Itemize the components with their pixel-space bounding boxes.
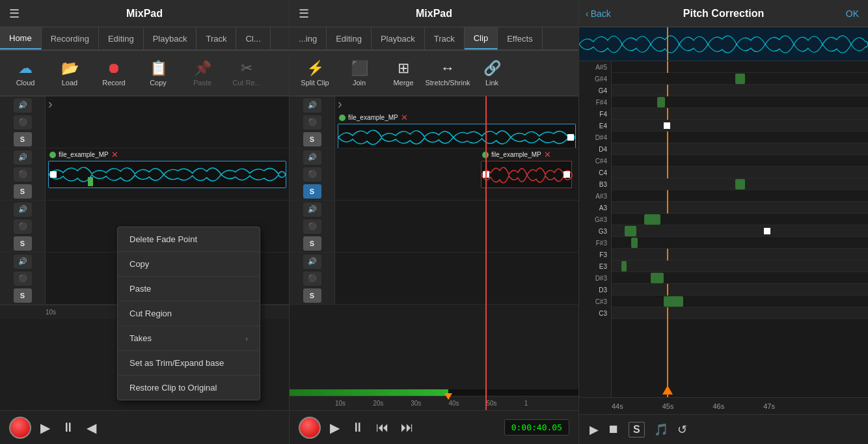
- rec-arm-btn-1[interactable]: ⚫: [14, 115, 32, 130]
- mute-btn-2-2[interactable]: 🔊: [303, 150, 321, 165]
- forward-btn-2[interactable]: ⏭: [398, 417, 416, 437]
- mute-btn-2-1[interactable]: 🔊: [303, 98, 321, 113]
- pitch-row-F4[interactable]: [612, 108, 868, 120]
- solo-btn-2-2[interactable]: S: [303, 184, 321, 199]
- pitch-row-A#5[interactable]: [612, 61, 868, 73]
- pitch-row-C#4[interactable]: [612, 155, 868, 167]
- solo-btn-1[interactable]: S: [14, 132, 32, 146]
- pause-btn-1[interactable]: ⏸: [59, 417, 77, 437]
- rec-arm-btn-4[interactable]: ⚫: [14, 271, 32, 286]
- solo-btn-4[interactable]: S: [14, 288, 32, 303]
- mute-btn-3[interactable]: 🔊: [14, 202, 32, 217]
- ok-button[interactable]: OK: [846, 8, 859, 19]
- link-button[interactable]: 🔗 Link: [472, 55, 512, 92]
- join-button[interactable]: ⬛ Join: [339, 55, 379, 92]
- pitch-row-G#4[interactable]: [612, 73, 868, 85]
- pitch-row-A3[interactable]: [612, 202, 868, 214]
- ctx-delete-fade[interactable]: Delete Fade Point: [118, 227, 260, 252]
- mute-btn-1[interactable]: 🔊: [14, 98, 32, 113]
- track-content-2-1[interactable]: › file_example_MP ✕: [335, 96, 578, 148]
- waveform-2-2[interactable]: [481, 161, 576, 188]
- pitch-row-C4[interactable]: [612, 167, 868, 178]
- ctx-paste[interactable]: Paste: [118, 277, 260, 301]
- tab-recording[interactable]: Recording: [42, 27, 99, 49]
- pitch-handle-g3[interactable]: [764, 228, 770, 234]
- mute-btn-2-3[interactable]: 🔊: [303, 202, 321, 217]
- tab-clip-2[interactable]: Clip: [465, 27, 498, 49]
- tab-home[interactable]: Home: [0, 27, 42, 49]
- pitch-tune-icon[interactable]: 🎵: [654, 423, 668, 437]
- cloud-button[interactable]: ☁ Cloud: [5, 55, 46, 92]
- clip-handle-left-2[interactable]: [50, 171, 57, 178]
- tab-editing-1[interactable]: Editing: [99, 27, 144, 49]
- rec-arm-btn-2-4[interactable]: ⚫: [303, 271, 321, 286]
- transport-record-btn-1[interactable]: [9, 417, 31, 439]
- expand-arrow-2-1[interactable]: ›: [335, 96, 345, 113]
- solo-btn-2-3[interactable]: S: [303, 236, 321, 251]
- clip-handle-right-2-1[interactable]: [567, 134, 574, 141]
- transport-record-btn-2[interactable]: [299, 417, 321, 439]
- ctx-takes[interactable]: Takes ›: [118, 326, 260, 351]
- back-button[interactable]: ‹ Back: [586, 8, 611, 19]
- pitch-row-F#3[interactable]: [612, 237, 868, 249]
- ctx-restore-clip[interactable]: Restore Clip to Original: [118, 376, 260, 400]
- pitch-row-D#3[interactable]: [612, 272, 868, 284]
- pitch-stop-btn[interactable]: ⏹: [608, 423, 619, 436]
- rec-arm-btn-2[interactable]: ⚫: [14, 167, 32, 182]
- tab-track-1[interactable]: Track: [197, 27, 236, 49]
- solo-btn-3[interactable]: S: [14, 236, 32, 251]
- hamburger-menu-icon-2[interactable]: ☰: [299, 7, 309, 21]
- pitch-handle-e4[interactable]: [664, 122, 670, 129]
- tab-editing-2[interactable]: Editing: [327, 27, 372, 49]
- solo-btn-2[interactable]: S: [14, 184, 32, 199]
- clip-close-2-1[interactable]: ✕: [401, 113, 408, 122]
- pitch-row-E3[interactable]: [612, 260, 868, 272]
- pitch-row-G4[interactable]: [612, 85, 868, 96]
- rec-arm-btn-2-2[interactable]: ⚫: [303, 167, 321, 182]
- clip-handle-right-2-2[interactable]: [563, 171, 570, 178]
- back-btn-1[interactable]: ◀: [84, 417, 99, 438]
- waveform-2-1[interactable]: [338, 124, 576, 148]
- pitch-row-A#3[interactable]: [612, 190, 868, 202]
- solo-btn-2-1[interactable]: S: [303, 132, 321, 146]
- play-btn-2[interactable]: ▶: [327, 417, 342, 438]
- rewind-btn-2[interactable]: ⏮: [373, 417, 392, 437]
- cut-region-button[interactable]: ✂ Cut Re...: [226, 55, 267, 92]
- pause-btn-2[interactable]: ⏸: [349, 417, 367, 437]
- pitch-solo-btn[interactable]: S: [629, 422, 645, 437]
- track-content-2-2[interactable]: file_example_MP ✕: [335, 148, 578, 200]
- clip-close-btn-2[interactable]: ✕: [111, 150, 118, 160]
- pitch-row-D3[interactable]: [612, 284, 868, 296]
- rec-arm-btn-2-3[interactable]: ⚫: [303, 219, 321, 234]
- pitch-canvas[interactable]: [612, 61, 868, 397]
- pitch-row-F#4[interactable]: [612, 96, 868, 108]
- rec-arm-btn-3[interactable]: ⚫: [14, 219, 32, 234]
- ctx-cut-region[interactable]: Cut Region: [118, 301, 260, 326]
- pitch-row-G#3[interactable]: [612, 214, 868, 225]
- pitch-row-C3[interactable]: [612, 307, 868, 319]
- record-button[interactable]: ⏺ Record: [94, 55, 134, 92]
- hamburger-menu-icon[interactable]: ☰: [9, 7, 20, 21]
- play-btn-1[interactable]: ▶: [38, 417, 53, 438]
- pitch-row-D4[interactable]: [612, 143, 868, 155]
- tab-clip-1[interactable]: Cl...: [236, 27, 270, 49]
- pitch-play-btn[interactable]: ▶: [590, 423, 599, 437]
- ctx-copy[interactable]: Copy: [118, 252, 260, 277]
- pitch-row-E4[interactable]: [612, 120, 868, 132]
- pitch-row-G3[interactable]: [612, 225, 868, 237]
- paste-button[interactable]: 📌 Paste: [182, 55, 223, 92]
- tab-effects-2[interactable]: Effects: [498, 27, 543, 49]
- pitch-row-F3[interactable]: [612, 249, 868, 260]
- pitch-reset-btn[interactable]: ↺: [677, 423, 687, 437]
- pitch-row-B3[interactable]: [612, 178, 868, 190]
- waveform-2[interactable]: [48, 161, 286, 188]
- copy-button[interactable]: 📋 Copy: [138, 55, 178, 92]
- pitch-row-D#4[interactable]: [612, 132, 868, 143]
- tab-playback-1[interactable]: Playback: [144, 27, 197, 49]
- tab-track-2[interactable]: Track: [425, 27, 465, 49]
- tab-playback-2[interactable]: Playback: [372, 27, 425, 49]
- load-button[interactable]: 📂 Load: [49, 55, 90, 92]
- ctx-trim-base[interactable]: Set as Trim/Expand base: [118, 351, 260, 376]
- pitch-row-C#3[interactable]: [612, 296, 868, 307]
- track-content-2[interactable]: file_example_MP ✕: [46, 148, 289, 200]
